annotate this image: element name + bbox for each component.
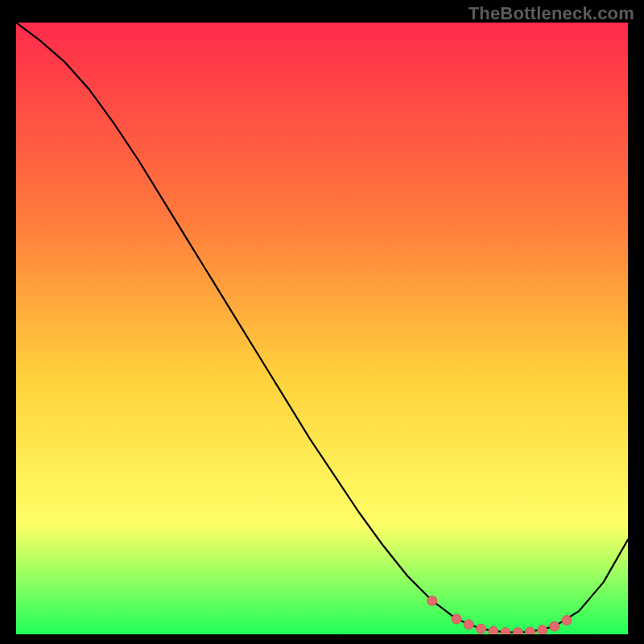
- highlight-dot: [464, 620, 473, 630]
- bottleneck-chart: [16, 23, 628, 634]
- highlight-dot: [452, 614, 461, 624]
- highlight-dot: [489, 626, 498, 634]
- highlight-dot: [525, 627, 535, 634]
- app-frame: TheBottleneck.com: [0, 0, 644, 644]
- highlight-dot: [501, 628, 510, 634]
- highlight-dot: [513, 628, 522, 634]
- highlight-dot: [427, 596, 437, 605]
- watermark-text: TheBottleneck.com: [469, 3, 634, 24]
- chart-area: [16, 23, 628, 634]
- highlight-dot: [477, 624, 486, 634]
- highlight-dot: [562, 616, 572, 625]
- highlight-dot: [550, 621, 559, 631]
- highlight-dot: [538, 625, 547, 634]
